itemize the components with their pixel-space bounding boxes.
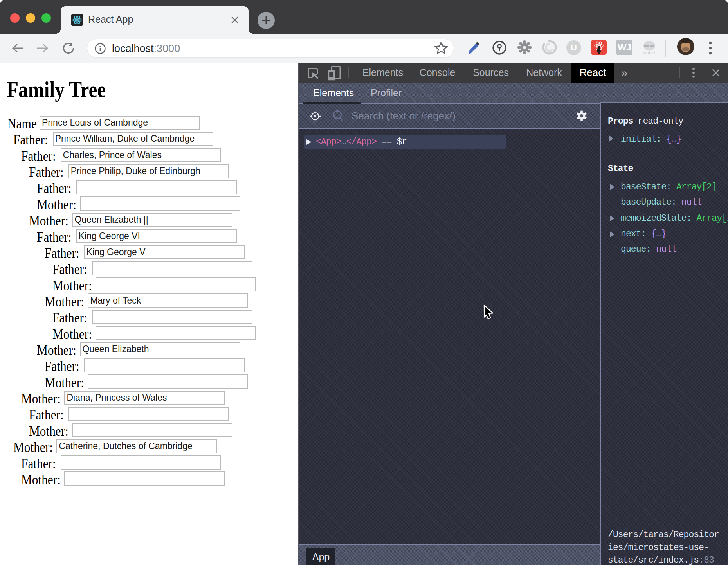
svg-text:ember: ember bbox=[643, 49, 656, 55]
